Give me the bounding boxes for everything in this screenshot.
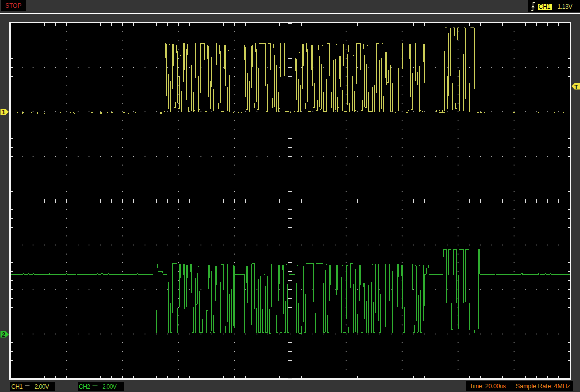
svg-text:2: 2 — [2, 331, 5, 338]
svg-text:T: T — [574, 84, 578, 91]
svg-text:1: 1 — [2, 109, 5, 116]
